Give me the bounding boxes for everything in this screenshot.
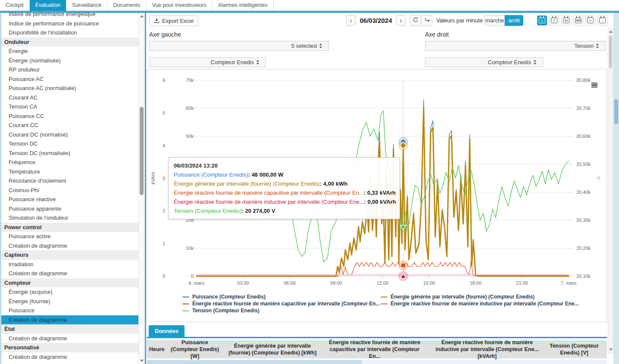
range-custom-button[interactable]: .. <box>597 16 607 25</box>
svg-text:20,20k: 20,20k <box>576 246 591 251</box>
legend-item[interactable]: Tension (Compteur Enedis) <box>182 308 381 314</box>
right-axis-values-select[interactable]: Tension <box>425 41 606 51</box>
sidebar-item[interactable]: Disponibilité de l'installation <box>1 28 138 37</box>
nav-tab-surveillance[interactable]: Surveillance <box>66 0 107 11</box>
collapse-panel-icon[interactable]: < <box>597 174 600 181</box>
refresh-button[interactable] <box>410 15 421 26</box>
range-total-button[interactable]: ∞ <box>585 16 595 25</box>
export-excel-label: Export Excel <box>162 18 194 24</box>
left-axis-device-value: Compteur Enedis <box>211 59 254 65</box>
sidebar-item[interactable]: Puissance <box>1 306 138 315</box>
sidebar-item[interactable]: Création de diagramme <box>1 241 138 251</box>
chevron-right-icon: › <box>400 17 402 24</box>
sidebar-item[interactable]: Puissance AC <box>1 75 138 84</box>
svg-text:18:00: 18:00 <box>469 280 481 286</box>
sidebar-item[interactable]: Résistance d'isolement <box>1 176 138 186</box>
updown-icon <box>596 44 599 48</box>
scroll-down-icon[interactable] <box>609 348 613 351</box>
nav-tab-documents[interactable]: Documents <box>107 0 146 11</box>
svg-text:09:00: 09:00 <box>330 280 342 286</box>
sidebar-item[interactable]: Puissance réactive <box>1 195 138 204</box>
sidebar-item[interactable]: Tension DC <box>1 139 138 149</box>
sidebar-item[interactable]: Tension DC (normalisée) <box>1 149 138 158</box>
sidebar-item[interactable]: Température <box>1 167 138 177</box>
sidebar-scrollbar-thumb[interactable] <box>140 107 144 195</box>
date-prev-button[interactable]: ‹ <box>346 15 356 26</box>
sidebar-item[interactable]: Puissance apparente <box>1 204 138 214</box>
sidebar-item[interactable]: Courant CC <box>1 121 138 130</box>
nav-tab-alarmes-intelligentes[interactable]: Alarmes intelligentes <box>212 0 273 11</box>
jump-to-button[interactable] <box>422 15 432 26</box>
chevron-left-icon: ‹ <box>350 17 352 24</box>
svg-text:15:00: 15:00 <box>423 280 435 286</box>
chart-panel[interactable]: 0123456010k20k30k40k50k60k70k20,10k20,20… <box>147 69 607 322</box>
left-axis-values-select[interactable]: 5 selected <box>149 41 329 51</box>
sidebar-item[interactable]: Cosinus-Phi <box>1 186 138 195</box>
sidebar-item[interactable]: RP onduleur <box>1 65 138 75</box>
horizontal-scrollbar-thumb[interactable] <box>147 360 362 364</box>
page-scrollbar-thumb[interactable] <box>614 99 618 124</box>
values-on-button[interactable]: marche <box>485 15 505 26</box>
sidebar-section-header: Personnalisé <box>1 343 138 352</box>
scroll-up-icon[interactable] <box>609 31 613 33</box>
range-day-button[interactable]: 1 <box>537 16 547 25</box>
chart-legend: Puissance (Compteur Enedis)Énergie génér… <box>182 294 579 314</box>
sidebar-item[interactable]: Création de diagramme <box>1 269 138 278</box>
legend-item[interactable]: Énergie réactive fournie de manière indu… <box>381 301 579 307</box>
table-header-cell: Énergie réactive fournie de manière capa… <box>322 338 428 361</box>
nav-tab-cockpit[interactable]: Cockpit <box>0 0 30 11</box>
left-axis-values-value: 5 selected <box>291 43 317 49</box>
sidebar-item[interactable]: Fréquence <box>1 158 138 167</box>
svg-text:20,30k: 20,30k <box>576 218 591 223</box>
sidebar-item[interactable]: Création de diagramme <box>1 334 138 343</box>
sidebar-scrollbar[interactable] <box>138 13 144 364</box>
sidebar-item[interactable]: Puissance active <box>1 232 138 241</box>
sidebar-item[interactable]: Tension CA <box>1 102 138 112</box>
left-axis-device-select[interactable]: Compteur Enedis <box>149 57 266 67</box>
legend-item[interactable]: Puissance (Compteur Enedis) <box>182 294 381 300</box>
range-year-button[interactable]: 365 <box>573 16 583 25</box>
sidebar-item[interactable]: Énergie <box>1 47 138 56</box>
svg-text:70k: 70k <box>186 78 194 83</box>
svg-text:50k: 50k <box>186 134 194 139</box>
sidebar-item[interactable]: Énergie (normalisée) <box>1 56 138 65</box>
sidebar-item[interactable]: Courant AC <box>1 93 138 103</box>
sidebar-item[interactable]: Création de diagramme <box>1 315 138 325</box>
tab-donnees[interactable]: Données <box>149 325 184 337</box>
sidebar-item[interactable]: Simulation de l'onduleur <box>1 213 138 223</box>
sidebar-item[interactable]: Puissance AC (normalisée) <box>1 84 138 93</box>
range-week-button[interactable]: 7 <box>549 16 559 25</box>
scroll-up-icon[interactable] <box>140 15 144 17</box>
svg-text:5: 5 <box>163 110 165 115</box>
main-scrollbar-thumb[interactable] <box>609 36 612 68</box>
table-horizontal-scrollbar[interactable] <box>147 360 607 364</box>
legend-item[interactable]: Énergie réactive fournie de manière capa… <box>182 301 381 307</box>
sidebar-item[interactable]: Création de diagramme <box>1 352 138 362</box>
svg-text:6: 6 <box>163 78 165 83</box>
nav-tab-evaluation[interactable]: Évaluation <box>30 0 66 11</box>
sidebar-item[interactable]: Indice de performance de puissance <box>1 19 138 28</box>
panel-divider <box>145 13 146 364</box>
export-excel-button[interactable]: Export Excel <box>149 16 198 26</box>
sidebar-item[interactable]: Irradiation <box>1 260 138 269</box>
chart-menu-icon[interactable] <box>591 83 597 88</box>
date-display: 06/03/2024 <box>356 15 395 26</box>
legend-item[interactable]: Énergie générée par intervalle (fournie)… <box>381 294 579 300</box>
range-month-button[interactable]: 31 <box>561 16 571 25</box>
sidebar-item[interactable]: Énergie (acquise) <box>1 287 138 297</box>
page-scrollbar[interactable] <box>613 13 619 364</box>
curved-arrow-icon <box>424 17 430 24</box>
top-navigation: CockpitÉvaluationSurveillanceDocumentsVu… <box>0 0 619 11</box>
sidebar-item[interactable]: Énergie (fournie) <box>1 297 138 306</box>
main-panel-scrollbar[interactable] <box>608 28 613 353</box>
date-next-button[interactable]: › <box>396 15 406 26</box>
values-off-button[interactable]: arrêt <box>505 15 523 26</box>
legend-label: Tension (Compteur Enedis) <box>192 308 259 314</box>
scroll-down-icon[interactable] <box>140 360 144 362</box>
right-axis-device-select[interactable]: Compteur Enedis <box>425 57 543 67</box>
sidebar-item[interactable]: Courant DC (normalisé) <box>1 130 138 140</box>
sidebar-item[interactable]: Puissance CC <box>1 112 138 121</box>
sidebar-item[interactable]: Indice de performance énergétique <box>1 13 138 19</box>
nav-tab-vue-investisseurs[interactable]: Vue pour investisseurs <box>146 0 212 11</box>
svg-text:1: 1 <box>163 241 165 246</box>
